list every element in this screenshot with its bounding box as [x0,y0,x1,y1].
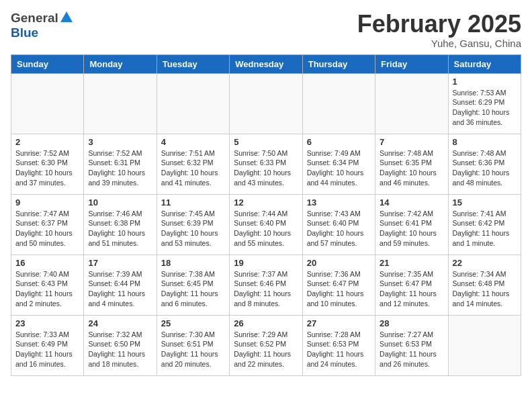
day-info: Sunrise: 7:50 AM Sunset: 6:33 PM Dayligh… [234,148,298,188]
day-info: Sunrise: 7:52 AM Sunset: 6:31 PM Dayligh… [88,148,152,188]
day-number: 21 [380,258,443,268]
day-number: 1 [453,77,517,87]
day-number: 18 [161,258,225,268]
day-info: Sunrise: 7:52 AM Sunset: 6:30 PM Dayligh… [15,148,79,188]
calendar-cell: 9Sunrise: 7:47 AM Sunset: 6:37 PM Daylig… [11,194,84,255]
day-number: 8 [453,137,517,147]
day-info: Sunrise: 7:44 AM Sunset: 6:40 PM Dayligh… [234,209,298,248]
day-info: Sunrise: 7:47 AM Sunset: 6:37 PM Dayligh… [15,209,79,248]
day-info: Sunrise: 7:45 AM Sunset: 6:39 PM Dayligh… [161,209,225,248]
day-number: 11 [161,197,225,208]
calendar-cell: 3Sunrise: 7:52 AM Sunset: 6:31 PM Daylig… [84,134,157,194]
calendar-table: SundayMondayTuesdayWednesdayThursdayFrid… [11,54,521,376]
col-header-monday: Monday [84,54,157,73]
calendar-cell: 24Sunrise: 7:32 AM Sunset: 6:50 PM Dayli… [84,315,157,375]
logo-blue: Blue [11,26,38,40]
calendar-cell: 4Sunrise: 7:51 AM Sunset: 6:32 PM Daylig… [157,134,229,194]
day-number: 19 [234,258,298,268]
calendar-cell: 10Sunrise: 7:46 AM Sunset: 6:38 PM Dayli… [84,194,157,255]
day-number: 5 [234,137,298,147]
calendar-week-5: 23Sunrise: 7:33 AM Sunset: 6:49 PM Dayli… [11,315,521,375]
calendar-week-3: 9Sunrise: 7:47 AM Sunset: 6:37 PM Daylig… [11,194,521,255]
calendar-cell: 22Sunrise: 7:34 AM Sunset: 6:48 PM Dayli… [448,255,521,315]
day-info: Sunrise: 7:33 AM Sunset: 6:49 PM Dayligh… [15,330,79,369]
day-info: Sunrise: 7:40 AM Sunset: 6:43 PM Dayligh… [15,269,79,309]
day-info: Sunrise: 7:38 AM Sunset: 6:45 PM Dayligh… [161,269,225,309]
day-number: 12 [234,197,298,208]
day-number: 22 [453,258,517,268]
day-info: Sunrise: 7:27 AM Sunset: 6:53 PM Dayligh… [380,330,443,369]
calendar-cell: 7Sunrise: 7:48 AM Sunset: 6:35 PM Daylig… [375,134,448,194]
col-header-tuesday: Tuesday [157,54,229,73]
calendar-cell: 6Sunrise: 7:49 AM Sunset: 6:34 PM Daylig… [302,134,375,194]
calendar-week-4: 16Sunrise: 7:40 AM Sunset: 6:43 PM Dayli… [11,255,521,315]
col-header-saturday: Saturday [448,54,521,73]
calendar-cell [84,73,157,134]
day-number: 6 [307,137,371,147]
day-number: 4 [161,137,225,147]
day-number: 17 [88,258,152,268]
calendar-cell: 12Sunrise: 7:44 AM Sunset: 6:40 PM Dayli… [230,194,302,255]
day-number: 23 [15,318,79,328]
day-number: 3 [88,137,152,147]
calendar-cell: 25Sunrise: 7:30 AM Sunset: 6:51 PM Dayli… [157,315,229,375]
calendar-cell: 1Sunrise: 7:53 AM Sunset: 6:29 PM Daylig… [448,73,521,134]
day-number: 10 [88,197,152,208]
calendar-header-row: SundayMondayTuesdayWednesdayThursdayFrid… [11,54,521,73]
calendar-cell: 21Sunrise: 7:35 AM Sunset: 6:47 PM Dayli… [375,255,448,315]
day-number: 16 [15,258,79,268]
calendar-week-1: 1Sunrise: 7:53 AM Sunset: 6:29 PM Daylig… [11,73,521,134]
day-info: Sunrise: 7:37 AM Sunset: 6:46 PM Dayligh… [234,269,298,309]
calendar-cell: 5Sunrise: 7:50 AM Sunset: 6:33 PM Daylig… [230,134,302,194]
calendar-cell: 15Sunrise: 7:41 AM Sunset: 6:42 PM Dayli… [448,194,521,255]
title-block: February 2025 Yuhe, Gansu, China [357,11,521,49]
calendar-cell: 17Sunrise: 7:39 AM Sunset: 6:44 PM Dayli… [84,255,157,315]
calendar-cell [375,73,448,134]
day-number: 2 [15,137,79,147]
calendar-cell: 26Sunrise: 7:29 AM Sunset: 6:52 PM Dayli… [230,315,302,375]
col-header-friday: Friday [375,54,448,73]
day-info: Sunrise: 7:32 AM Sunset: 6:50 PM Dayligh… [88,330,152,369]
day-info: Sunrise: 7:35 AM Sunset: 6:47 PM Dayligh… [380,269,443,309]
col-header-thursday: Thursday [302,54,375,73]
logo-general: General [11,11,58,26]
day-number: 13 [307,197,371,208]
calendar-cell: 27Sunrise: 7:28 AM Sunset: 6:53 PM Dayli… [302,315,375,375]
calendar-cell: 18Sunrise: 7:38 AM Sunset: 6:45 PM Dayli… [157,255,229,315]
day-info: Sunrise: 7:48 AM Sunset: 6:35 PM Dayligh… [380,148,443,188]
day-number: 24 [88,318,152,328]
calendar-cell: 13Sunrise: 7:43 AM Sunset: 6:40 PM Dayli… [302,194,375,255]
day-number: 25 [161,318,225,328]
calendar-cell: 28Sunrise: 7:27 AM Sunset: 6:53 PM Dayli… [375,315,448,375]
day-number: 9 [15,197,79,208]
day-number: 28 [380,318,443,328]
day-info: Sunrise: 7:28 AM Sunset: 6:53 PM Dayligh… [307,330,371,369]
day-number: 26 [234,318,298,328]
logo: General Blue [11,11,73,40]
logo-triangle-icon [60,11,73,22]
calendar-cell [230,73,302,134]
day-info: Sunrise: 7:41 AM Sunset: 6:42 PM Dayligh… [453,209,517,248]
day-info: Sunrise: 7:30 AM Sunset: 6:51 PM Dayligh… [161,330,225,369]
calendar-week-2: 2Sunrise: 7:52 AM Sunset: 6:30 PM Daylig… [11,134,521,194]
day-info: Sunrise: 7:42 AM Sunset: 6:41 PM Dayligh… [380,209,443,248]
calendar-cell: 2Sunrise: 7:52 AM Sunset: 6:30 PM Daylig… [11,134,84,194]
calendar-cell: 23Sunrise: 7:33 AM Sunset: 6:49 PM Dayli… [11,315,84,375]
day-info: Sunrise: 7:43 AM Sunset: 6:40 PM Dayligh… [307,209,371,248]
day-info: Sunrise: 7:51 AM Sunset: 6:32 PM Dayligh… [161,148,225,188]
day-info: Sunrise: 7:46 AM Sunset: 6:38 PM Dayligh… [88,209,152,248]
col-header-wednesday: Wednesday [230,54,302,73]
day-number: 14 [380,197,443,208]
calendar-cell: 14Sunrise: 7:42 AM Sunset: 6:41 PM Dayli… [375,194,448,255]
calendar-location: Yuhe, Gansu, China [357,38,521,49]
calendar-cell: 20Sunrise: 7:36 AM Sunset: 6:47 PM Dayli… [302,255,375,315]
calendar-title: February 2025 [357,11,521,38]
page-header: General Blue February 2025 Yuhe, Gansu, … [11,11,521,49]
day-info: Sunrise: 7:49 AM Sunset: 6:34 PM Dayligh… [307,148,371,188]
day-info: Sunrise: 7:29 AM Sunset: 6:52 PM Dayligh… [234,330,298,369]
day-number: 15 [453,197,517,208]
day-info: Sunrise: 7:34 AM Sunset: 6:48 PM Dayligh… [453,269,517,309]
calendar-cell [448,315,521,375]
calendar-cell: 11Sunrise: 7:45 AM Sunset: 6:39 PM Dayli… [157,194,229,255]
calendar-cell: 16Sunrise: 7:40 AM Sunset: 6:43 PM Dayli… [11,255,84,315]
